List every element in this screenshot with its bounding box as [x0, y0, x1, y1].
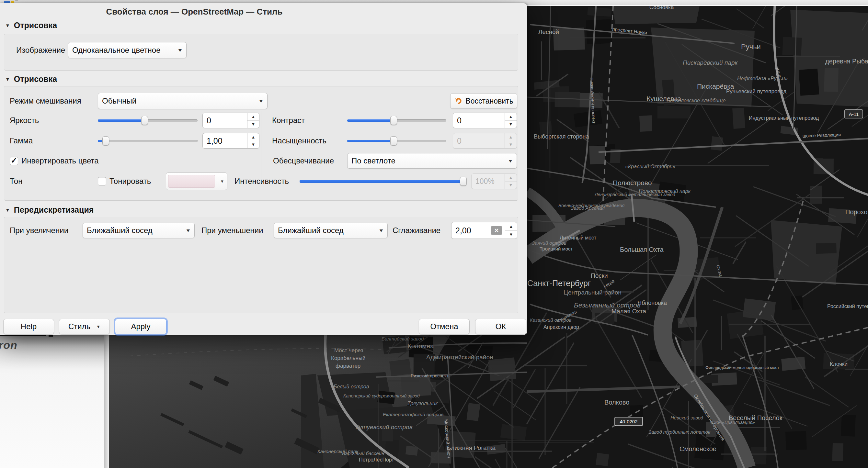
combo-value: По светлоте — [351, 156, 396, 165]
colorize-color-button[interactable]: ▼ — [166, 172, 227, 190]
map-label: деревня Рыбацкое — [825, 58, 868, 65]
section-title: Передискретизация — [14, 205, 94, 214]
map-label: Пискарёвский парк — [683, 59, 738, 66]
panel-top-mark — [49, 335, 53, 337]
saturation-slider[interactable] — [347, 136, 446, 145]
stepper[interactable]: ▲▼ — [247, 133, 259, 148]
style-button-label: Стиль — [68, 322, 90, 331]
slider-thumb[interactable] — [460, 177, 467, 186]
map-label: Малая Охта — [612, 308, 646, 314]
chevron-down-icon[interactable]: ▼ — [217, 173, 227, 190]
layers-panel: ron — [0, 335, 109, 468]
undo-reset-icon — [454, 97, 463, 105]
map-label: Литейный мост — [560, 235, 597, 240]
step-down-icon[interactable]: ▼ — [505, 121, 517, 128]
contrast-spinbox[interactable]: 0 ▲▼ — [453, 113, 517, 128]
dialog-titlebar[interactable]: Свойства слоя — OpenStreetMap — Стиль — [0, 3, 527, 19]
slider-fill — [98, 120, 145, 122]
brightness-slider[interactable] — [98, 116, 197, 125]
contrast-slider[interactable] — [347, 116, 446, 125]
reset-button[interactable]: Восстановить — [450, 93, 517, 109]
oversampling-label: Сглаживание — [393, 226, 440, 235]
map-label: Треугольник — [407, 401, 438, 406]
step-down-icon[interactable]: ▼ — [505, 230, 517, 239]
section-resampling[interactable]: ▼Передискретизация — [5, 205, 94, 214]
stepper: ▲▼ — [505, 174, 517, 189]
spin-value[interactable]: 0 — [203, 113, 247, 128]
map-label: Большая Охта — [620, 246, 663, 253]
blend-mode-combo[interactable]: Обычный ▼ — [98, 93, 268, 109]
section-title: Отрисовка — [14, 21, 57, 30]
step-up-icon[interactable]: ▲ — [505, 222, 517, 230]
map-label: Богословское кладбище — [666, 98, 725, 103]
step-up-icon: ▲ — [505, 133, 517, 141]
colorize-checkbox[interactable] — [98, 177, 106, 186]
road-badge: А-11 — [845, 110, 863, 118]
collapse-triangle-icon[interactable]: ▼ — [5, 207, 10, 213]
stepper[interactable]: ▲▼ — [505, 222, 517, 238]
ok-button-label: ОК — [496, 322, 506, 331]
slider-thumb[interactable] — [390, 116, 397, 125]
help-button[interactable]: Help — [3, 319, 54, 334]
zoom-out-combo[interactable]: Ближайший сосед ▼ — [274, 223, 388, 238]
zoom-in-combo[interactable]: Ближайший сосед ▼ — [83, 223, 195, 238]
strength-slider[interactable] — [300, 177, 467, 186]
cancel-button-label: Отмена — [430, 322, 458, 331]
strength-spinbox: 100% ▲▼ — [471, 173, 517, 189]
strength-label: Интенсивность — [235, 177, 289, 186]
gamma-spinbox[interactable]: 1,00 ▲▼ — [203, 133, 259, 148]
collapse-triangle-icon[interactable]: ▼ — [5, 23, 10, 28]
grayscale-label: Обесцвечивание — [273, 156, 334, 165]
section-render-top[interactable]: ▼Отрисовка — [5, 21, 57, 30]
chevron-down-icon: ▼ — [96, 324, 100, 329]
invert-colors-checkbox[interactable] — [10, 157, 18, 165]
step-down-icon[interactable]: ▼ — [247, 141, 259, 148]
clear-value-icon[interactable]: ✕ — [491, 226, 502, 235]
ok-button[interactable]: ОК — [475, 319, 526, 334]
map-label: Троицкий мост — [539, 246, 573, 252]
panel-top-line — [0, 335, 46, 336]
map-label: Корабельный — [331, 355, 366, 361]
map-label: Ближняя Рогатка — [447, 444, 496, 451]
slider-fill — [300, 180, 463, 183]
saturation-label: Насыщенность — [272, 136, 327, 145]
spin-value: 0 — [453, 133, 505, 148]
image-type-combo[interactable]: Одноканальное цветное ▼ — [68, 42, 187, 58]
map-label: Российский путепровод — [827, 304, 868, 309]
step-up-icon[interactable]: ▲ — [505, 113, 517, 121]
oversampling-spinbox[interactable]: 2,00 ✕ ▲▼ — [451, 222, 517, 239]
map-label: Клочки — [830, 361, 847, 367]
spin-value[interactable]: 0 — [453, 113, 505, 128]
color-swatch — [168, 175, 215, 188]
slider-thumb[interactable] — [102, 136, 109, 145]
stepper[interactable]: ▲▼ — [247, 113, 259, 128]
reset-button-label: Восстановить — [465, 97, 513, 105]
step-up-icon[interactable]: ▲ — [247, 133, 259, 141]
slider-track[interactable] — [98, 140, 197, 142]
step-up-icon[interactable]: ▲ — [247, 113, 259, 121]
collapse-triangle-icon[interactable]: ▼ — [5, 76, 10, 82]
column-divider — [261, 111, 261, 184]
step-down-icon[interactable]: ▼ — [247, 121, 259, 128]
panel-scrollbar[interactable] — [104, 335, 109, 468]
cancel-button[interactable]: Отмена — [419, 319, 470, 334]
map-label: Апраксин двор — [544, 324, 579, 330]
slider-thumb[interactable] — [390, 136, 397, 145]
stepper[interactable]: ▲▼ — [505, 113, 517, 128]
chevron-down-icon: ▼ — [258, 98, 264, 104]
apply-button[interactable]: Apply — [115, 319, 166, 334]
spin-value[interactable]: 1,00 — [203, 133, 247, 148]
map-label: Рижский проспект — [411, 373, 449, 378]
map-label: Пороховые — [845, 208, 868, 215]
map-label: фарватер — [336, 363, 361, 369]
slider-thumb[interactable] — [141, 116, 148, 125]
section-render[interactable]: ▼Отрисовка — [5, 74, 57, 84]
layer-name-positron[interactable]: ron — [0, 339, 18, 352]
brightness-spinbox[interactable]: 0 ▲▼ — [203, 113, 259, 128]
style-menu-button[interactable]: Стиль ▼ — [59, 319, 110, 334]
spin-value[interactable]: 2,00 — [452, 222, 491, 238]
map-label: Выборгская сторона — [534, 133, 589, 140]
grayscale-combo[interactable]: По светлоте ▼ — [347, 153, 517, 169]
gamma-slider[interactable] — [98, 136, 197, 145]
apply-button-label: Apply — [131, 322, 150, 331]
